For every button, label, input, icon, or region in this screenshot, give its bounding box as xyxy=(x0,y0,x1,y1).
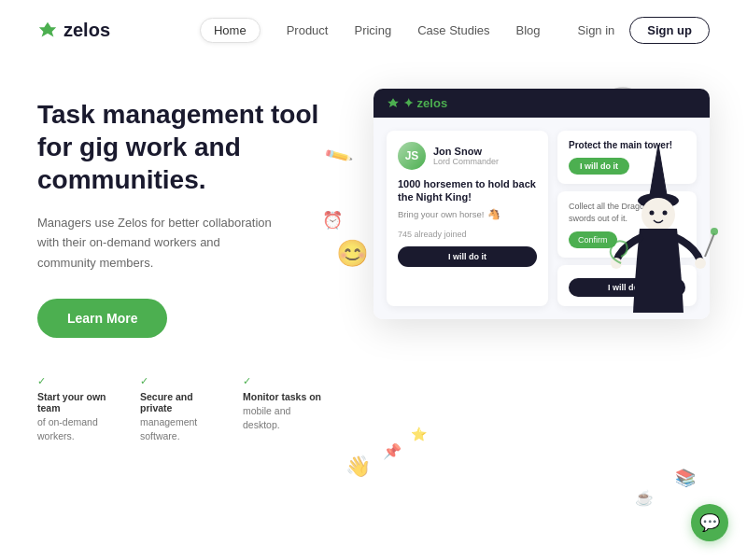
signin-link[interactable]: Sign in xyxy=(578,23,615,37)
horse-emoji: 🐴 xyxy=(487,208,500,220)
feature-3-desc: mobile and desktop. xyxy=(243,404,327,431)
pin-doodle: 📌 xyxy=(383,442,402,460)
svg-point-9 xyxy=(650,211,655,216)
check-icon-3: ✓ xyxy=(243,375,327,387)
hero-illustration: #1 ✏️ ⏰ 😊 👋 📌 ⭐ 📱 📚 ☕ | / \ | xyxy=(355,79,710,553)
task-title-main: 1000 horsemen to hold back the Night Kin… xyxy=(398,177,537,204)
navbar: zelos Home Product Pricing Case Studies … xyxy=(0,0,747,61)
task-user-role: Lord Commander xyxy=(433,157,499,166)
task-user-name: Jon Snow xyxy=(433,146,499,157)
task-user-info: JS Jon Snow Lord Commander xyxy=(398,142,537,170)
task-joined-count: 745 already joined xyxy=(398,230,537,239)
hand-doodle: 👋 xyxy=(345,455,371,479)
svg-point-10 xyxy=(663,211,668,216)
svg-marker-0 xyxy=(39,21,56,36)
chat-support-icon: 💬 xyxy=(699,512,720,533)
svg-marker-6 xyxy=(388,98,399,107)
learn-more-button[interactable]: Learn More xyxy=(37,299,167,338)
svg-point-14 xyxy=(711,228,718,235)
feature-1-title: Start your own team xyxy=(37,391,121,413)
hero-subtitle: Managers use Zelos for better collaborat… xyxy=(37,213,280,273)
nav-home[interactable]: Home xyxy=(200,18,261,43)
logo-text: zelos xyxy=(63,20,110,41)
feature-2-title: Secure and private xyxy=(140,391,224,413)
book-doodle: 📚 xyxy=(675,468,696,488)
nav-blog[interactable]: Blog xyxy=(516,23,541,37)
svg-point-8 xyxy=(641,198,675,231)
feature-1-desc: of on-demand workers. xyxy=(37,415,121,442)
feature-3: ✓ Monitor tasks on mobile and desktop. xyxy=(243,375,327,442)
task-desc: Bring your own horse! 🐴 xyxy=(398,208,537,220)
task-user-details: Jon Snow Lord Commander xyxy=(433,146,499,166)
nav-case-studies[interactable]: Case Studies xyxy=(417,23,489,37)
nav-links: Home Product Pricing Case Studies Blog xyxy=(200,18,541,43)
feature-2: ✓ Secure and private management software… xyxy=(140,375,224,442)
star-doodle: ⭐ xyxy=(411,427,427,441)
signup-button[interactable]: Sign up xyxy=(629,17,710,44)
chat-support-button[interactable]: 💬 xyxy=(691,504,728,541)
nav-auth: Sign in Sign up xyxy=(578,17,710,44)
svg-line-13 xyxy=(705,233,714,257)
task-avatar: JS xyxy=(398,142,426,170)
check-icon-1: ✓ xyxy=(37,375,121,387)
hero-features: ✓ Start your own team of on-demand worke… xyxy=(37,375,355,442)
feature-1: ✓ Start your own team of on-demand worke… xyxy=(37,375,121,442)
nav-product[interactable]: Product xyxy=(287,23,329,37)
task-cta-button-main[interactable]: I will do it xyxy=(398,246,537,267)
app-logo: ✦ zelos xyxy=(387,96,447,110)
hero-section: Task management tool for gig work and co… xyxy=(0,61,747,553)
feature-2-desc: management software. xyxy=(140,415,224,442)
check-icon-2: ✓ xyxy=(140,375,224,387)
logo[interactable]: zelos xyxy=(37,20,110,41)
task-card-main: JS Jon Snow Lord Commander 1000 horsemen… xyxy=(387,131,548,306)
hero-content: Task management tool for gig work and co… xyxy=(37,79,355,443)
feature-3-title: Monitor tasks on xyxy=(243,391,327,402)
app-header: ✦ zelos xyxy=(374,89,710,118)
mug-doodle: ☕ xyxy=(635,489,654,507)
wizard-character xyxy=(598,126,719,313)
hero-title: Task management tool for gig work and co… xyxy=(37,98,355,196)
svg-point-12 xyxy=(695,258,706,269)
nav-pricing[interactable]: Pricing xyxy=(354,23,391,37)
